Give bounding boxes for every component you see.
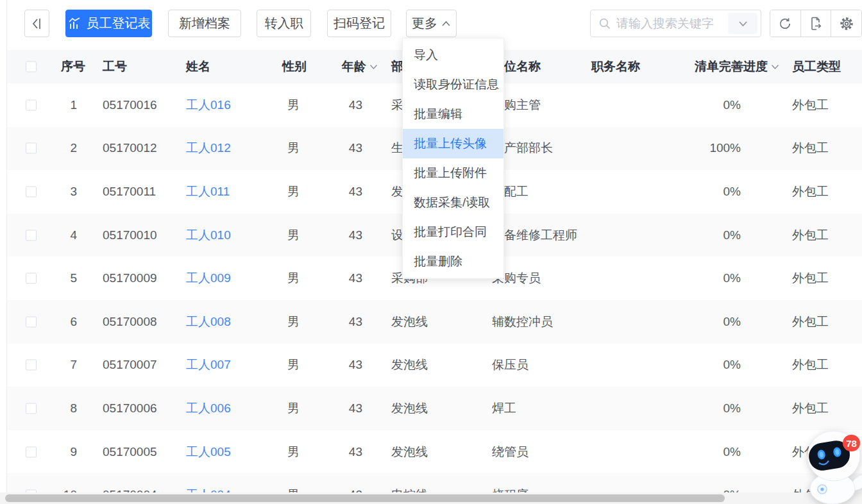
cell-age: 43 — [332, 401, 362, 416]
more-menu-item[interactable]: 批量打印合同 — [403, 217, 503, 247]
cell-seq: 5 — [46, 271, 77, 285]
transfer-entry-button[interactable]: 转入职 — [257, 10, 311, 37]
settings-button[interactable] — [831, 10, 861, 37]
row-checkbox[interactable] — [26, 230, 37, 240]
more-menu-item[interactable]: 批量编辑 — [403, 99, 503, 129]
more-menu-item[interactable]: 数据采集/读取 — [403, 188, 503, 217]
more-menu-item[interactable]: 读取身份证信息 — [403, 70, 503, 99]
chevron-down-icon — [738, 21, 748, 27]
collapse-panel-button[interactable] — [24, 10, 49, 37]
cell-emp-no: 05170016 — [103, 98, 157, 112]
select-all-checkbox[interactable] — [26, 62, 37, 72]
row-checkbox[interactable] — [26, 186, 37, 197]
header-age-label: 年龄 — [342, 58, 366, 75]
employee-name-link[interactable]: 工人006 — [186, 400, 231, 417]
header-seq: 序号 — [61, 58, 85, 75]
employee-name-link[interactable]: 工人009 — [186, 270, 231, 287]
cell-gender: 男 — [287, 97, 300, 113]
employee-name-link[interactable]: 工人012 — [186, 140, 231, 156]
chevron-up-icon — [441, 21, 451, 27]
scan-register-label: 扫码登记 — [334, 15, 385, 32]
cell-gender: 男 — [287, 270, 300, 287]
cell-dept: 发泡线 — [391, 400, 428, 417]
search-input[interactable] — [616, 17, 728, 31]
cell-seq: 2 — [46, 141, 77, 155]
cell-position: 设备维修工程师 — [492, 227, 577, 244]
more-menu-item[interactable]: 批量删除 — [403, 247, 503, 276]
cell-emp-no: 05170012 — [103, 141, 157, 155]
primary-button-label: 员工登记表 — [87, 15, 151, 32]
scan-register-button[interactable]: 扫码登记 — [327, 10, 391, 37]
cell-seq: 8 — [46, 401, 77, 416]
refresh-button[interactable] — [770, 10, 800, 37]
employee-register-page: 员工登记表 新增档案 转入职 扫码登记 更多 — [0, 0, 862, 504]
cell-type: 外包工 — [792, 183, 829, 200]
cell-seq: 1 — [46, 98, 77, 112]
row-checkbox[interactable] — [26, 143, 37, 154]
cell-position: 绕管员 — [492, 444, 528, 460]
header-name: 姓名 — [186, 58, 210, 75]
cell-position: 保压员 — [492, 357, 528, 373]
row-checkbox[interactable] — [26, 273, 37, 284]
cell-gender: 男 — [287, 183, 300, 200]
assistant-badge: 78 — [843, 435, 860, 451]
cell-age: 43 — [332, 315, 362, 329]
cell-type: 外包工 — [792, 227, 829, 244]
row-checkbox[interactable] — [26, 403, 37, 414]
cell-age: 43 — [332, 185, 362, 199]
header-gender: 性别 — [282, 58, 307, 75]
cell-type: 外包工 — [792, 314, 829, 330]
cell-position: 辅数控冲员 — [492, 314, 553, 330]
employee-name-link[interactable]: 工人005 — [186, 444, 231, 460]
cell-gender: 男 — [287, 357, 300, 373]
employee-name-link[interactable]: 工人011 — [186, 183, 230, 200]
employee-register-table-button[interactable]: 员工登记表 — [65, 10, 152, 37]
cell-emp-no: 05170006 — [103, 401, 157, 416]
header-emp-no: 工号 — [103, 58, 127, 75]
cell-type: 外包工 — [792, 97, 829, 113]
employee-name-link[interactable]: 工人016 — [186, 97, 231, 113]
refresh-icon — [777, 16, 793, 31]
cell-progress: 0% — [661, 315, 741, 329]
more-button[interactable]: 更多 — [406, 10, 457, 37]
cell-gender: 男 — [287, 444, 300, 460]
header-progress-sortable[interactable]: 清单完善进度 — [695, 58, 779, 75]
employee-name-link[interactable]: 工人007 — [186, 357, 231, 373]
cell-type: 外包工 — [792, 270, 829, 287]
new-archive-label: 新增档案 — [179, 15, 230, 32]
cell-age: 43 — [332, 228, 362, 242]
cell-progress: 0% — [661, 401, 741, 416]
export-button[interactable] — [800, 10, 831, 37]
cell-type: 外包工 — [792, 357, 829, 373]
row-checkbox[interactable] — [26, 99, 37, 110]
cell-emp-no: 05170008 — [103, 315, 157, 329]
cell-position: 焊工 — [492, 400, 516, 417]
employee-name-link[interactable]: 工人008 — [186, 314, 231, 330]
more-menu-item[interactable]: 导入 — [403, 40, 503, 70]
header-duty: 职务名称 — [591, 58, 640, 75]
more-menu-item[interactable]: 批量上传头像 — [403, 129, 503, 158]
search-box — [590, 10, 761, 37]
cell-type: 外包工 — [792, 400, 829, 417]
row-checkbox[interactable] — [26, 446, 37, 457]
search-icon — [598, 17, 611, 30]
row-checkbox[interactable] — [26, 316, 37, 327]
transfer-entry-label: 转入职 — [265, 15, 303, 32]
cell-seq: 4 — [46, 228, 77, 242]
search-type-selector[interactable] — [728, 13, 757, 34]
horizontal-scrollbar-track[interactable] — [0, 492, 862, 504]
more-dropdown-menu: 导入读取身份证信息批量编辑批量上传头像批量上传附件数据采集/读取批量打印合同批量… — [402, 38, 504, 279]
table-row: 6 05170008 工人008 男 43 发泡线 辅数控冲员 0% 外包工 — [7, 300, 862, 344]
new-archive-button[interactable]: 新增档案 — [168, 10, 241, 37]
table-row: 8 05170006 工人006 男 43 发泡线 焊工 0% 外包工 — [7, 387, 862, 430]
employee-name-link[interactable]: 工人010 — [186, 227, 231, 244]
header-age-sortable[interactable]: 年龄 — [342, 58, 378, 75]
cell-seq: 6 — [46, 315, 77, 329]
more-menu-item[interactable]: 批量上传附件 — [403, 158, 503, 188]
horizontal-scrollbar-thumb[interactable] — [5, 494, 725, 502]
cell-progress: 0% — [661, 185, 741, 199]
header-type: 员工类型 — [792, 58, 841, 75]
cell-emp-no: 05170009 — [103, 271, 157, 285]
table-row: 9 05170005 工人005 男 43 发泡线 绕管员 0% 外包工 — [7, 430, 862, 474]
row-checkbox[interactable] — [26, 360, 37, 371]
